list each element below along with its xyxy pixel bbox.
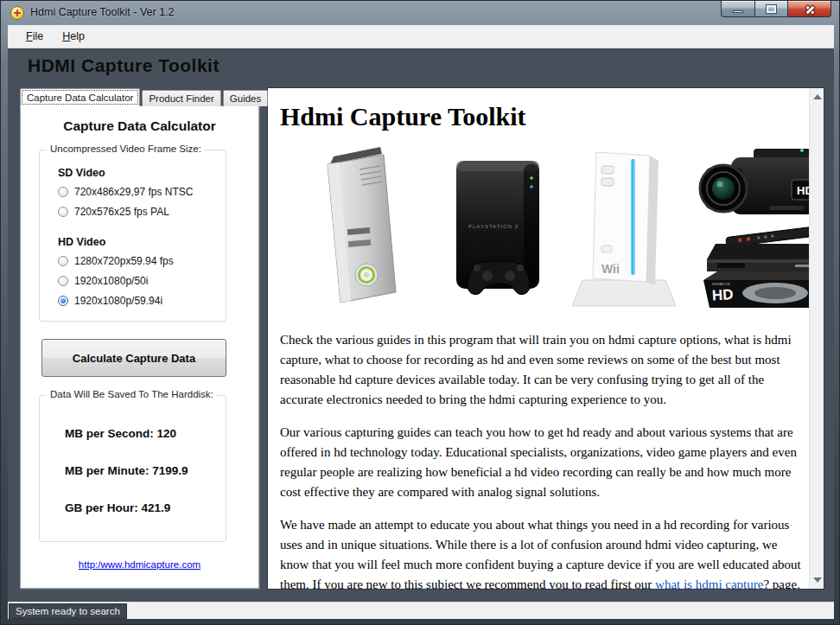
- radio-option-1080p59i[interactable]: 1920x1080p/59.94i: [58, 295, 226, 307]
- paragraph-3-text-after: ? page.: [763, 577, 799, 590]
- menu-bar: File Help: [8, 25, 834, 48]
- radio-icon[interactable]: [58, 256, 68, 266]
- article-paragraph-1: Check the various guides in this program…: [280, 330, 802, 410]
- result-label: MB per Minute:: [65, 464, 150, 477]
- close-button[interactable]: [788, 1, 831, 17]
- result-label: GB per Hour:: [65, 501, 138, 514]
- sony-hd-camcorder-and-receiver-image: SONY HD HANDYCAM: [691, 140, 824, 309]
- app-window: Hdmi Capture Toolkit - Ver 1.2 File Help…: [0, 0, 840, 625]
- svg-text:PLAYSTATION 3: PLAYSTATION 3: [468, 224, 519, 229]
- radio-icon[interactable]: [58, 207, 68, 217]
- tab-guides[interactable]: Guides: [223, 90, 268, 106]
- menu-item-help[interactable]: Help: [53, 27, 94, 46]
- scroll-down-arrow-icon[interactable]: [813, 577, 822, 583]
- sd-video-label: SD Video: [58, 167, 226, 179]
- article: Hdmi Capture Toolkit: [268, 88, 809, 589]
- tab-capture-data-calculator[interactable]: Capture Data Calculator: [20, 88, 140, 106]
- scroll-up-arrow-icon[interactable]: [813, 94, 822, 99]
- menu-item-file[interactable]: File: [16, 27, 53, 46]
- results-group-title: Data Will Be Saved To The Harddisk:: [47, 389, 217, 399]
- svg-text:HDNATION: HDNATION: [712, 282, 730, 286]
- article-heading: Hdmi Capture Toolkit: [280, 102, 802, 131]
- radio-option-1080p50i[interactable]: 1920x1080p/50i: [58, 275, 226, 287]
- client-area: HDMI Capture Toolkit Capture Data Calcul…: [8, 48, 834, 602]
- status-message: System ready to search: [9, 603, 127, 619]
- result-gb-per-hour: GB per Hour: 421.9: [65, 501, 226, 514]
- radio-icon[interactable]: [58, 296, 68, 306]
- radio-icon[interactable]: [58, 276, 68, 286]
- radio-option-label: 720x486x29,97 fps NTSC: [74, 186, 193, 198]
- radio-option-label: 1280x720px59.94 fps: [74, 255, 174, 267]
- app-plus-icon: [10, 6, 24, 20]
- frame-size-group-title: Uncompressed Video Frame Size:: [47, 143, 205, 154]
- nintendo-wii-console-image: Wii: [563, 143, 691, 309]
- vertical-scrollbar[interactable]: [809, 88, 824, 589]
- hdmicapture-website-link[interactable]: http:/www.hdmicapture.com: [79, 559, 200, 570]
- hd-video-label: HD Video: [58, 236, 226, 248]
- calculator-heading: Capture Data Calculator: [21, 118, 258, 134]
- maximize-icon: [767, 5, 776, 13]
- article-paragraph-2: Our various capturing guides can teach y…: [280, 423, 802, 502]
- status-bar: System ready to search: [8, 602, 834, 619]
- radio-option-pal[interactable]: 720x576x25 fps PAL: [58, 206, 226, 218]
- minimize-icon: [733, 10, 743, 13]
- result-value: 421.9: [142, 501, 171, 514]
- result-mb-per-minute: MB per Minute: 7199.9: [65, 464, 226, 477]
- content-browser-panel: Hdmi Capture Toolkit: [267, 87, 824, 590]
- frame-size-groupbox: Uncompressed Video Frame Size: SD Video …: [39, 150, 226, 322]
- article-paragraph-3: We have made an attempt to educate you a…: [280, 515, 802, 590]
- page-title: HDMI Capture Toolkit: [28, 55, 220, 76]
- tab-product-finder[interactable]: Product Finder: [142, 90, 220, 106]
- window-title: Hdmi Capture Toolkit - Ver 1.2: [30, 6, 175, 18]
- svg-text:HD: HD: [711, 286, 734, 303]
- svg-text:Wii: Wii: [601, 262, 620, 276]
- radio-option-720p[interactable]: 1280x720px59.94 fps: [58, 255, 226, 267]
- calculator-panel: Capture Data Calculator Uncompressed Vid…: [20, 105, 259, 589]
- minimize-button[interactable]: [721, 1, 755, 17]
- radio-option-label: 1920x1080p/50i: [74, 275, 148, 287]
- tab-strip: Capture Data Calculator Product Finder G…: [20, 88, 270, 106]
- radio-option-label: 720x576x25 fps PAL: [74, 206, 169, 218]
- result-value: 7199.9: [152, 464, 188, 477]
- radio-icon[interactable]: [58, 187, 68, 197]
- maximize-button[interactable]: [755, 1, 788, 17]
- radio-option-label: 1920x1080p/59.94i: [74, 295, 162, 307]
- calculate-capture-data-button[interactable]: Calculate Capture Data: [41, 339, 226, 377]
- result-label: MB per Second:: [65, 427, 154, 440]
- xbox-360-console-image: [280, 143, 434, 309]
- what-is-hdmi-capture-link[interactable]: what is hdmi capture: [655, 577, 763, 590]
- title-bar[interactable]: Hdmi Capture Toolkit - Ver 1.2: [1, 1, 839, 25]
- result-mb-per-second: MB per Second: 120: [65, 427, 226, 440]
- radio-option-ntsc[interactable]: 720x486x29,97 fps NTSC: [58, 186, 226, 198]
- result-value: 120: [157, 427, 177, 440]
- results-groupbox: Data Will Be Saved To The Harddisk: MB p…: [39, 395, 226, 542]
- window-controls: [721, 1, 831, 17]
- console-images-row: PLAYSTATION 3: [280, 140, 802, 309]
- playstation-3-console-image: PLAYSTATION 3: [434, 143, 563, 309]
- close-icon: [804, 3, 815, 15]
